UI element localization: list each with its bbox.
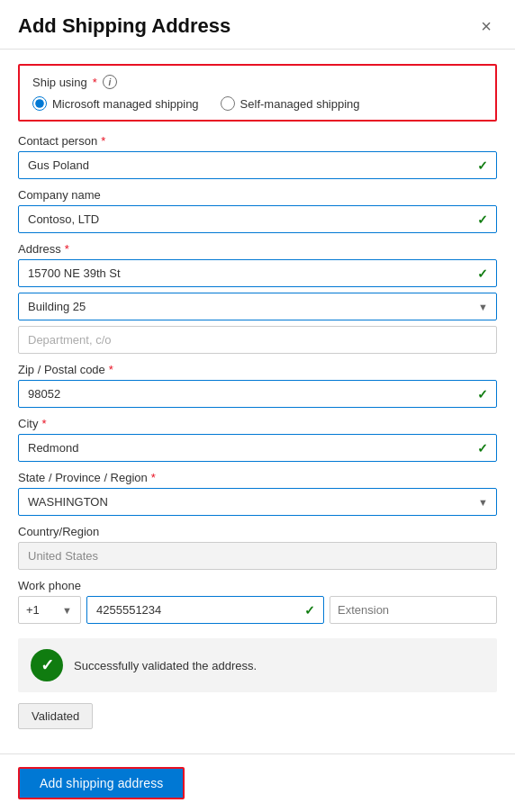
modal-body: Ship using * i Microsoft managed shippin… [0, 50, 515, 753]
add-shipping-address-modal: Add Shipping Address × Ship using * i Mi… [0, 0, 515, 812]
microsoft-shipping-label: Microsoft managed shipping [52, 97, 199, 111]
city-field: City * ✓ [18, 417, 497, 462]
ship-using-radio-group: Microsoft managed shipping Self-managed … [32, 96, 483, 111]
phone-code-wrapper: +1 +44 +91 ▼ [18, 596, 81, 624]
contact-person-label: Contact person * [18, 134, 497, 148]
company-name-check-icon: ✓ [477, 212, 488, 227]
validated-button[interactable]: Validated [18, 703, 93, 729]
validation-success-icon: ✓ [31, 649, 63, 681]
zip-label: Zip / Postal code * [18, 363, 497, 376]
city-input-wrapper: ✓ [18, 434, 497, 462]
contact-person-required: * [101, 134, 105, 148]
city-label: City * [18, 417, 497, 430]
extension-input[interactable] [330, 596, 497, 624]
company-name-label: Company name [18, 188, 497, 202]
ship-using-label: Ship using * i [32, 75, 483, 89]
city-check-icon: ✓ [477, 441, 488, 456]
contact-person-input[interactable] [18, 151, 497, 179]
ship-using-text: Ship using [32, 76, 87, 89]
close-button[interactable]: × [475, 15, 497, 37]
zip-input[interactable] [18, 380, 497, 408]
company-name-input[interactable] [18, 205, 497, 233]
country-field: Country/Region [18, 525, 497, 570]
phone-number-check-icon: ✓ [304, 603, 315, 618]
address-required: * [65, 242, 69, 256]
address-field: Address * ✓ ▼ [18, 242, 497, 354]
contact-person-check-icon: ✓ [477, 158, 488, 173]
city-required: * [41, 417, 46, 430]
validation-message: Successfully validated the address. [74, 659, 257, 672]
state-required: * [151, 471, 156, 484]
address-line1-check-icon: ✓ [477, 266, 488, 281]
address-line1-wrapper: ✓ [18, 259, 497, 287]
state-select-wrapper: WASHINGTON OREGON CALIFORNIA ▼ [18, 488, 497, 516]
phone-number-input[interactable] [86, 596, 324, 624]
contact-person-input-wrapper: ✓ [18, 151, 497, 179]
state-field: State / Province / Region * WASHINGTON O… [18, 471, 497, 516]
zip-required: * [109, 363, 113, 376]
zip-field: Zip / Postal code * ✓ [18, 363, 497, 408]
address-line2-input[interactable] [18, 293, 497, 320]
address-line1-input[interactable] [18, 259, 497, 287]
work-phone-label: Work phone [18, 579, 497, 592]
zip-input-wrapper: ✓ [18, 380, 497, 408]
validated-button-wrapper: Validated [18, 703, 497, 729]
state-label: State / Province / Region * [18, 471, 497, 484]
ship-using-box: Ship using * i Microsoft managed shippin… [18, 64, 497, 122]
country-input-wrapper [18, 542, 497, 570]
company-name-input-wrapper: ✓ [18, 205, 497, 233]
country-input [18, 542, 497, 570]
validation-box: ✓ Successfully validated the address. [18, 638, 497, 692]
info-icon[interactable]: i [103, 75, 117, 89]
self-managed-radio[interactable] [221, 96, 235, 111]
contact-person-field: Contact person * ✓ [18, 134, 497, 179]
country-label: Country/Region [18, 525, 497, 538]
state-select[interactable]: WASHINGTON OREGON CALIFORNIA [18, 488, 497, 516]
address-line2-wrapper: ▼ [18, 293, 497, 320]
microsoft-shipping-option[interactable]: Microsoft managed shipping [32, 96, 199, 111]
self-managed-label: Self-managed shipping [240, 97, 360, 111]
modal-header: Add Shipping Address × [0, 0, 515, 50]
phone-number-wrapper: ✓ [86, 596, 324, 624]
phone-row: +1 +44 +91 ▼ ✓ [18, 596, 497, 624]
modal-footer: Add shipping address [0, 753, 515, 812]
zip-check-icon: ✓ [477, 387, 488, 401]
address-line3-input[interactable] [18, 326, 497, 354]
validation-check-icon: ✓ [41, 655, 54, 675]
add-shipping-address-button[interactable]: Add shipping address [18, 767, 185, 799]
company-name-field: Company name ✓ [18, 188, 497, 233]
address-label: Address * [18, 242, 497, 256]
phone-code-select[interactable]: +1 +44 +91 [18, 596, 81, 624]
self-managed-option[interactable]: Self-managed shipping [221, 96, 360, 111]
ship-using-required: * [93, 76, 97, 89]
modal-title: Add Shipping Address [18, 14, 230, 38]
city-input[interactable] [18, 434, 497, 462]
address-line3-wrapper [18, 326, 497, 354]
microsoft-shipping-radio[interactable] [32, 96, 47, 111]
work-phone-field: Work phone +1 +44 +91 ▼ ✓ [18, 579, 497, 624]
